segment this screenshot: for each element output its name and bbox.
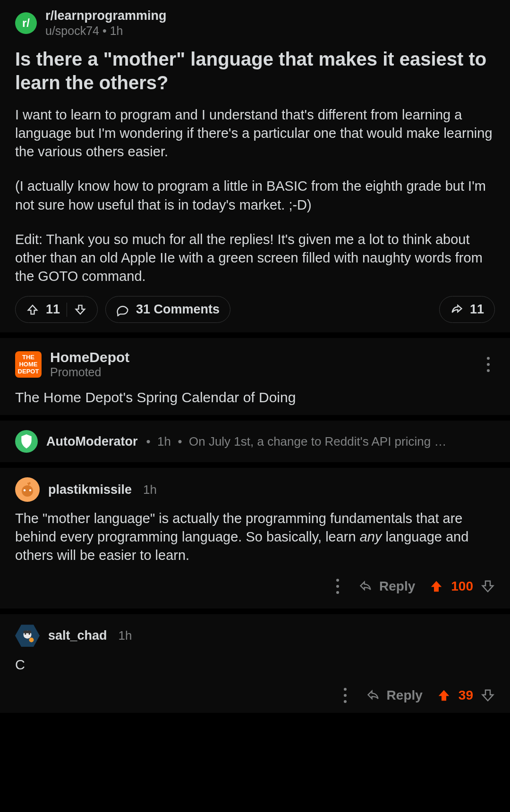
comment-body: The "mother language" is actually the pr… [15, 509, 495, 565]
promo-more-button[interactable] [482, 352, 495, 377]
promo-text: The Home Depot's Spring Calendar of Doin… [15, 389, 495, 406]
svg-point-5 [29, 489, 32, 491]
downvote-icon [481, 579, 495, 593]
post-header: r/ r/learnprogramming u/spock74 • 1h [15, 8, 495, 38]
svg-point-12 [29, 633, 30, 634]
post-actions: 11 31 Comments 11 [15, 296, 495, 323]
more-icon [343, 687, 347, 703]
comment-score: 39 [459, 688, 473, 703]
comment-downvote-button[interactable] [481, 688, 495, 702]
svg-point-7 [336, 579, 339, 582]
comment-more-button[interactable] [339, 683, 352, 708]
comment-upvote-button[interactable] [429, 579, 443, 593]
subreddit-link[interactable]: r/learnprogramming [45, 8, 167, 23]
comment-author[interactable]: plastikmissile [48, 482, 132, 497]
downvote-icon [74, 303, 87, 316]
reply-button[interactable]: Reply [358, 579, 415, 594]
promo-tag: Promoted [50, 365, 473, 379]
automod-name[interactable]: AutoModerator [46, 434, 137, 449]
downvote-button[interactable] [74, 303, 87, 316]
comment-body: C [15, 656, 495, 674]
subreddit-avatar[interactable]: r/ [15, 12, 37, 34]
comment-author[interactable]: salt_chad [48, 628, 107, 643]
svg-point-9 [336, 591, 339, 594]
comment-time: 1h [143, 482, 157, 497]
svg-point-1 [487, 363, 490, 366]
comment-more-button[interactable] [331, 574, 344, 599]
svg-point-17 [344, 700, 347, 703]
upvote-icon [429, 579, 443, 593]
svg-point-0 [487, 357, 490, 360]
user-avatar[interactable] [15, 624, 40, 648]
comment: plastikmissile 1h The "mother language" … [0, 468, 510, 608]
comment: salt_chad 1h C Reply 39 [0, 614, 510, 713]
promo-name[interactable]: HomeDepot [50, 349, 473, 365]
svg-point-6 [28, 482, 31, 484]
svg-point-15 [344, 688, 347, 691]
automod-row[interactable]: AutoModerator • 1h • On July 1st, a chan… [0, 421, 510, 462]
reply-icon [366, 689, 380, 702]
downvote-icon [481, 688, 495, 702]
svg-point-2 [487, 369, 490, 372]
vote-pill: 11 [15, 296, 98, 323]
snoo-icon [19, 481, 36, 498]
post-byline: u/spock74 • 1h [45, 24, 167, 38]
comment-score: 100 [451, 579, 473, 594]
upvote-icon [437, 688, 451, 702]
svg-point-4 [24, 489, 26, 491]
share-icon [450, 303, 463, 316]
svg-point-8 [336, 585, 339, 588]
user-avatar[interactable] [15, 477, 40, 502]
comments-button[interactable]: 31 Comments [105, 296, 230, 323]
upvote-icon [26, 303, 39, 316]
comment-downvote-button[interactable] [481, 579, 495, 593]
post-time: 1h [110, 24, 123, 37]
svg-rect-13 [24, 630, 32, 633]
automod-avatar [15, 430, 38, 453]
comment-actions: Reply 39 [15, 683, 495, 708]
share-button[interactable]: 11 [439, 296, 495, 323]
upvote-button[interactable] [26, 303, 39, 316]
comment-actions: Reply 100 [15, 574, 495, 599]
comment-time: 1h [119, 628, 132, 643]
comment-icon [116, 303, 129, 316]
svg-point-3 [22, 485, 33, 497]
post-score: 11 [46, 302, 60, 317]
comment-upvote-button[interactable] [437, 688, 451, 702]
more-icon [336, 578, 340, 594]
avatar-icon [19, 628, 35, 644]
post-card: r/ r/learnprogramming u/spock74 • 1h Is … [0, 0, 510, 332]
post-body: I want to learn to program and I underst… [15, 106, 495, 286]
more-icon [486, 356, 490, 372]
svg-point-14 [29, 637, 34, 642]
promoted-card[interactable]: THEHOMEDEPOT HomeDepot Promoted The Home… [0, 338, 510, 415]
svg-point-11 [25, 633, 26, 634]
reply-button[interactable]: Reply [366, 688, 423, 703]
promo-avatar: THEHOMEDEPOT [15, 351, 42, 378]
reply-icon [358, 580, 373, 593]
svg-point-16 [344, 694, 347, 697]
shield-icon [20, 434, 33, 448]
post-title: Is there a "mother" language that makes … [15, 47, 495, 94]
author-link[interactable]: u/spock74 [45, 24, 99, 37]
